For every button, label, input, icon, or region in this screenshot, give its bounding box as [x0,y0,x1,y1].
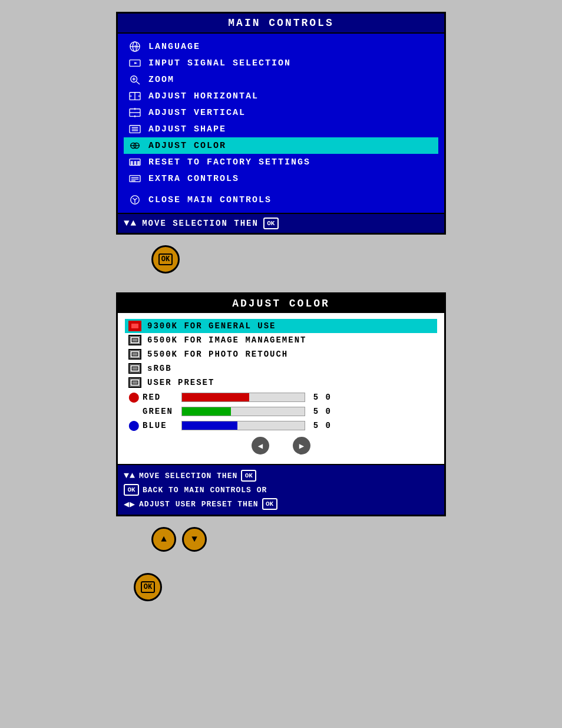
arrow-right-icon [127,57,143,70]
menu-divider [124,187,438,192]
language-label: LANGUAGE [148,42,200,52]
slider-green-label-area: GREEN [128,407,176,416]
footer-ok-1: OK [241,470,256,482]
menu-item-extra[interactable]: EXTRA CONTROLS [124,170,438,187]
preset-5500k-label: 5500K FOR PHOTO RETOUCH [147,350,288,359]
slider-red-track[interactable] [181,393,305,402]
reset-icon: ▓▓▓ [127,156,143,169]
nav-down-button[interactable]: ▼ [182,527,207,552]
extra-icon [127,172,143,185]
footer-back-label: BACK TO MAIN CONTROLS OR [143,486,267,495]
slider-red-value: 5 0 [311,393,332,402]
adjust-color-panel: ADJUST COLOR 9300K FOR GENERAL USE 6500K… [116,292,446,516]
preset-9300k-label: 9300K FOR GENERAL USE [147,321,276,331]
preset-user-label: USER PRESET [147,378,214,387]
main-controls-footer: ▼▲ MOVE SELECTION THEN OK [118,213,444,233]
nav-right-btn[interactable]: ▶ [293,437,310,454]
svg-rect-33 [132,353,138,356]
zoom-label: ZOOM [148,75,174,85]
preset-5500k[interactable]: 5500K FOR PHOTO RETOUCH [125,347,437,361]
bottom-nav-buttons: ▲ ▼ [151,527,207,552]
preset-user[interactable]: USER PRESET [125,375,437,390]
down-triangle-icon: ▼ [191,534,197,545]
menu-item-reset[interactable]: ▓▓▓ RESET TO FACTORY SETTINGS [124,154,438,170]
slider-blue-label: BLUE [143,421,167,430]
color-footer-line-3: ◀▶ ADJUST USER PRESET THEN OK [124,497,438,511]
svg-rect-31 [132,338,138,342]
menu-item-adjust-vert[interactable]: ADJUST VERTICAL [124,104,438,121]
preset-icon-9300k [128,321,141,331]
menu-item-adjust-horiz[interactable]: ADJUST HORIZONTAL [124,88,438,104]
slider-green-fill [182,407,231,416]
svg-text:▓▓▓: ▓▓▓ [131,161,141,166]
svg-line-6 [137,82,140,85]
main-controls-panel: MAIN CONTROLS ? LANGUAGE IN [116,12,446,235]
footer-ok-3: OK [262,498,277,510]
input-signal-label: INPUT SIGNAL SELECTION [148,58,291,68]
ok-button-middle[interactable]: OK [151,245,180,274]
svg-rect-29 [131,324,138,328]
extra-label: EXTRA CONTROLS [148,174,239,184]
slider-blue-value: 5 0 [311,421,332,430]
menu-item-adjust-shape[interactable]: ADJUST SHAPE [124,121,438,137]
color-icon [127,139,143,152]
slider-green-label: GREEN [143,407,173,416]
preset-icon-srgb [128,363,141,374]
adjust-color-title: ADJUST COLOR [118,294,444,313]
menu-item-close[interactable]: CLOSE MAIN CONTROLS [124,192,438,208]
nav-left-btn[interactable]: ◀ [252,437,269,454]
preset-srgb[interactable]: sRGB [125,361,437,375]
menu-item-language[interactable]: ? LANGUAGE [124,38,438,55]
slider-red-fill [182,393,249,401]
reset-label: RESET TO FACTORY SETTINGS [148,157,310,167]
close-label: CLOSE MAIN CONTROLS [148,195,272,205]
nav-up-button[interactable]: ▲ [151,527,176,552]
slider-blue-fill [182,421,237,430]
footer-nav-icons-3: ◀▶ [124,499,135,510]
preset-icon-5500k [128,349,141,360]
preset-9300k[interactable]: 9300K FOR GENERAL USE [125,319,437,333]
footer-nav-icons: ▼▲ [124,218,137,229]
preset-icon-user [128,377,141,388]
footer-ok-icon: OK [263,218,279,229]
slider-blue-row: ⬤ BLUE 5 0 [125,418,437,433]
shape-icon [127,123,143,136]
horizontal-icon [127,90,143,103]
zoom-icon [127,73,143,86]
adjust-vert-label: ADJUST VERTICAL [148,108,246,118]
footer-move-label-1: MOVE SELECTION THEN [139,472,237,480]
slider-green-row: GREEN 5 0 [125,405,437,418]
red-icon: ⬤ [128,391,140,403]
preset-6500k[interactable]: 6500K FOR IMAGE MANAGEMENT [125,333,437,347]
footer-ok-back: OK [124,484,139,496]
preset-6500k-label: 6500K FOR IMAGE MANAGEMENT [147,335,306,345]
menu-item-zoom[interactable]: ZOOM [124,71,438,88]
ok-button-bottom-label: OK [141,581,155,593]
main-controls-title: MAIN CONTROLS [118,14,444,34]
footer-nav-icons-1: ▼▲ [124,471,135,481]
blue-icon: ⬤ [128,420,140,431]
slider-blue-track[interactable] [181,421,305,430]
svg-rect-35 [132,367,138,370]
color-footer-line-1: ▼▲ MOVE SELECTION THEN OK [124,469,438,483]
slider-green-track[interactable] [181,407,305,416]
close-icon [127,193,143,206]
up-triangle-icon: ▲ [161,534,167,545]
footer-move-label: MOVE SELECTION THEN [142,219,259,228]
color-footer-line-2: OK BACK TO MAIN CONTROLS OR [124,483,438,497]
globe-icon: ? [127,40,143,53]
adjust-shape-label: ADJUST SHAPE [148,124,226,134]
footer-adjust-label: ADJUST USER PRESET THEN [139,500,258,509]
adjust-color-label: ADJUST COLOR [148,141,226,151]
slider-blue-label-area: ⬤ BLUE [128,420,176,431]
color-menu-area: 9300K FOR GENERAL USE 6500K FOR IMAGE MA… [118,313,444,465]
svg-text:?: ? [134,45,138,51]
preset-icon-6500k [128,335,141,345]
slider-red-label-area: ⬤ RED [128,391,176,403]
ok-button-bottom[interactable]: OK [134,573,162,601]
menu-item-adjust-color[interactable]: ADJUST COLOR [124,137,438,154]
preset-srgb-label: sRGB [147,364,172,373]
nav-arrows-row: ◀ ▶ [125,433,437,458]
svg-rect-37 [132,381,138,384]
menu-item-input-signal[interactable]: INPUT SIGNAL SELECTION [124,55,438,71]
